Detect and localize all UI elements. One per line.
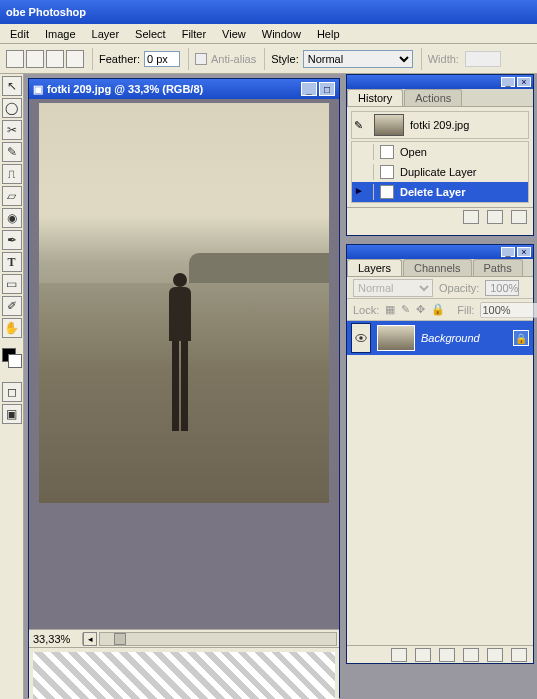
layer-mask-icon[interactable] [415,648,431,662]
pen-tool-icon[interactable]: ✒ [2,230,22,250]
lock-all-icon[interactable]: 🔒 [431,303,445,316]
menu-window[interactable]: Window [254,26,309,42]
trash-icon[interactable] [511,210,527,224]
history-step-label: Open [400,146,427,158]
stamp-tool-icon[interactable]: ⎍ [2,164,22,184]
tools-palette: ↖ ◯ ✂ ✎ ⎍ ▱ ◉ ✒ T ▭ ✐ ✋ ◻ ▣ [0,74,24,699]
layer-list: Background 🔒 [347,321,533,645]
style-label: Style: [271,53,299,65]
add-selection-icon[interactable] [26,50,44,68]
lock-icon: 🔒 [513,330,529,346]
new-folder-icon[interactable] [439,648,455,662]
photo-content [39,103,329,503]
adjustment-layer-icon[interactable] [463,648,479,662]
document-titlebar[interactable]: ▣ fotki 209.jpg @ 33,3% (RGB/8) _ □ [29,79,339,99]
document-canvas[interactable] [29,99,339,629]
delete-layer-icon[interactable] [511,648,527,662]
tab-layers[interactable]: Layers [347,259,402,276]
feather-input[interactable] [144,51,180,67]
panel-close-icon[interactable]: × [517,77,531,87]
zoom-level-1[interactable]: 33,33% [29,633,83,645]
selection-mode-icons[interactable] [6,50,84,68]
history-row-delete[interactable]: ▸ Delete Layer [352,182,528,202]
app-title: obe Photoshop [6,6,86,18]
snapshot-brush-icon[interactable]: ✎ [354,119,368,132]
antialias-label: Anti-alias [211,53,256,65]
tab-history[interactable]: History [347,89,403,106]
history-row-open[interactable]: Open [352,142,528,162]
history-step-label: Delete Layer [400,186,465,198]
tab-channels[interactable]: Channels [403,259,471,276]
layer-name[interactable]: Background [421,332,507,344]
eye-icon [354,331,368,345]
transparent-canvas[interactable] [33,652,335,699]
h-scrollbar-1[interactable] [99,632,337,646]
history-snapshot[interactable]: ✎ fotki 209.jpg [351,111,529,139]
lock-paint-icon[interactable]: ✎ [401,303,410,316]
lock-transparent-icon[interactable]: ▦ [385,303,395,316]
color-swatches[interactable] [2,348,22,370]
layer-options-row: Normal Opacity: [347,277,533,299]
tab-actions[interactable]: Actions [404,89,462,106]
menu-help[interactable]: Help [309,26,348,42]
panel-close-icon[interactable]: × [517,247,531,257]
layer-row-background[interactable]: Background 🔒 [347,321,533,355]
new-snapshot-icon[interactable] [487,210,503,224]
layer-style-icon[interactable] [391,648,407,662]
menu-layer[interactable]: Layer [84,26,128,42]
hand-tool-icon[interactable]: ✋ [2,318,22,338]
crop-tool-icon[interactable]: ✂ [2,120,22,140]
menu-filter[interactable]: Filter [174,26,214,42]
width-input [465,51,501,67]
antialias-checkbox [195,53,207,65]
app-titlebar: obe Photoshop [0,0,537,24]
fill-input [480,302,537,318]
history-row-duplicate[interactable]: Duplicate Layer [352,162,528,182]
screenmode-icon[interactable]: ▣ [2,404,22,424]
layer-visibility-toggle[interactable] [351,323,371,353]
menu-image[interactable]: Image [37,26,84,42]
blur-tool-icon[interactable]: ◉ [2,208,22,228]
document-status-1: 33,33% ◂ [29,629,339,647]
new-doc-from-state-icon[interactable] [463,210,479,224]
fill-label: Fill: [457,304,474,316]
tab-paths[interactable]: Paths [473,259,523,276]
eyedropper-tool-icon[interactable]: ✐ [2,296,22,316]
scroll-left-icon[interactable]: ◂ [83,632,97,646]
layer-lock-row: Lock: ▦ ✎ ✥ 🔒 Fill: [347,299,533,321]
type-tool-icon[interactable]: T [2,252,22,272]
open-step-icon [380,145,394,159]
brush-tool-icon[interactable]: ✎ [2,142,22,162]
history-panel: _ × History Actions ✎ fotki 209.jpg Open… [346,74,534,236]
minimize-button[interactable]: _ [301,82,317,96]
panel-minimize-icon[interactable]: _ [501,77,515,87]
maximize-button[interactable]: □ [319,82,335,96]
document-window: ▣ fotki 209.jpg @ 33,3% (RGB/8) _ □ 33,3… [28,78,340,698]
intersect-selection-icon[interactable] [66,50,84,68]
shape-tool-icon[interactable]: ▭ [2,274,22,294]
menu-edit[interactable]: Edit [2,26,37,42]
lasso-tool-icon[interactable]: ◯ [2,98,22,118]
quickmask-icon[interactable]: ◻ [2,382,22,402]
feather-label: Feather: [99,53,140,65]
move-tool-icon[interactable]: ↖ [2,76,22,96]
menu-view[interactable]: View [214,26,254,42]
eraser-tool-icon[interactable]: ▱ [2,186,22,206]
duplicate-step-icon [380,165,394,179]
history-panel-titlebar[interactable]: _ × [347,75,533,89]
layers-panel: _ × Layers Channels Paths Normal Opacity… [346,244,534,664]
layers-panel-titlebar[interactable]: _ × [347,245,533,259]
history-step-label: Duplicate Layer [400,166,476,178]
options-bar: Feather: Anti-alias Style: Normal Width: [0,44,537,74]
lock-move-icon[interactable]: ✥ [416,303,425,316]
style-select[interactable]: Normal [303,50,413,68]
layer-thumb [377,325,415,351]
snapshot-thumb [374,114,404,136]
sub-selection-icon[interactable] [46,50,64,68]
new-selection-icon[interactable] [6,50,24,68]
menu-select[interactable]: Select [127,26,174,42]
panel-minimize-icon[interactable]: _ [501,247,515,257]
new-layer-icon[interactable] [487,648,503,662]
width-label: Width: [428,53,459,65]
document-icon: ▣ [33,83,43,96]
